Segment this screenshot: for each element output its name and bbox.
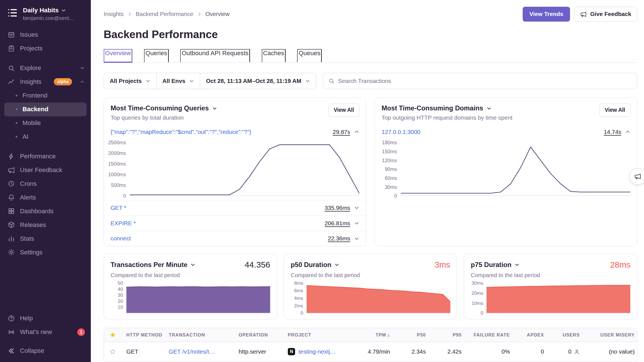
axis-tick-label: 180ms — [382, 140, 397, 146]
column-header-operation[interactable]: OPERATION — [234, 328, 283, 342]
table-row[interactable]: GETGET /v1/notes/t…http.serverNtesting-n… — [104, 342, 638, 361]
sidebar-item-performance[interactable]: Performance — [0, 149, 91, 163]
column-header-label: APDEX — [527, 332, 544, 337]
query-link[interactable]: {"map":"?","mapReduce":"$cmd","out":"?",… — [110, 129, 251, 135]
collapse-icon — [8, 347, 15, 355]
axis-tick-label: 0 — [481, 310, 483, 316]
query-duration-value[interactable]: 22.36ms — [328, 235, 350, 242]
sidebar-item-label: Projects — [20, 45, 42, 52]
chevron-up-icon[interactable] — [354, 129, 359, 134]
sidebar-item-stats[interactable]: Stats — [0, 232, 91, 245]
column-header-p50[interactable]: P50 — [395, 328, 431, 342]
favorite-cell[interactable] — [104, 342, 121, 361]
column-header-transaction[interactable]: TRANSACTION — [164, 328, 233, 342]
transaction-cell: GET /v1/notes/t… — [164, 342, 233, 361]
column-header-tpm[interactable]: TPM↓ — [353, 328, 395, 342]
column-header-p95[interactable]: P95 — [431, 328, 467, 342]
chevron-up-icon[interactable] — [625, 129, 630, 134]
column-header-project[interactable]: PROJECT — [283, 328, 353, 342]
sidebar-item-label: Backend — [22, 106, 48, 113]
sidebar-item-insights[interactable]: Insightsalpha — [0, 75, 91, 89]
query-duration-value[interactable]: 206.81ms — [325, 220, 350, 227]
stat-card-transactions-per-minute: Transactions Per Minute44.356Compared to… — [104, 254, 277, 319]
transaction-link[interactable]: GET /v1/notes/t… — [169, 348, 215, 355]
chevron-down-icon[interactable] — [354, 205, 359, 210]
sidebar-item-backend[interactable]: Backend — [4, 103, 87, 116]
domains-panel-title: Most Time-Consuming Domains — [382, 104, 483, 112]
sidebar-item-label: Insights — [20, 78, 41, 85]
sidebar-item-collapse[interactable]: Collapse — [0, 344, 91, 358]
favorite-column-header[interactable] — [104, 328, 121, 342]
query-duration-value[interactable]: 29.87s — [333, 129, 350, 135]
column-header-user-misery[interactable]: USER MISERY — [585, 328, 638, 342]
app-root: Daily Habits benjamin.coe@sent… IssuesPr… — [0, 0, 644, 362]
column-header-http-method[interactable]: HTTP METHOD — [121, 328, 164, 342]
axis-tick-label: 90ms — [385, 166, 397, 172]
sidebar-item-settings[interactable]: Settings — [0, 245, 91, 259]
domain-duration-value[interactable]: 14.74s — [604, 129, 621, 135]
domains-view-all-button[interactable]: View All — [599, 103, 631, 117]
sidebar-item-label: Performance — [20, 153, 55, 160]
give-feedback-button[interactable]: Give Feedback — [574, 7, 637, 22]
sidebar-item-label: Mobile — [22, 119, 41, 127]
stat-card-title-dropdown[interactable]: p75 Duration — [471, 261, 519, 269]
sidebar-item-help[interactable]: Help — [0, 312, 91, 325]
column-header-label: P95 — [453, 332, 462, 337]
projects-filter[interactable]: All Projects — [104, 73, 156, 89]
feedback-fab-button[interactable] — [629, 168, 644, 185]
breadcrumb-item-insights[interactable]: Insights — [104, 11, 124, 17]
date-range-filter[interactable]: Oct 28, 11:13 AM–Oct 28, 11:19 AM — [200, 73, 316, 89]
column-header-failure-rate[interactable]: FAILURE RATE — [467, 328, 515, 342]
domains-panel-title-dropdown[interactable]: Most Time-Consuming Domains — [382, 104, 631, 112]
tab-caches[interactable]: Caches — [262, 49, 286, 63]
panels-row: Most Time-Consuming Queries Top queries … — [104, 98, 638, 247]
date-range-label: Oct 28, 11:13 AM–Oct 28, 11:19 AM — [206, 78, 301, 84]
sidebar-item-releases[interactable]: Releases — [0, 218, 91, 232]
query-link[interactable]: connect — [110, 235, 131, 242]
sidebar-item-explore[interactable]: Explore — [0, 61, 91, 75]
sidebar-item-user-feedback[interactable]: User Feedback — [0, 163, 91, 177]
sidebar-item-dashboards[interactable]: Dashboards — [0, 204, 91, 218]
sidebar-item-ai[interactable]: AI — [0, 130, 91, 144]
project-cell: Ntesting-nextj… — [283, 342, 353, 361]
project-link[interactable]: testing-nextj… — [298, 348, 336, 355]
tab-queues[interactable]: Queues — [297, 49, 322, 63]
domain-link[interactable]: 127.0.0.1:3000 — [382, 129, 421, 135]
queries-view-all-button[interactable]: View All — [328, 103, 360, 117]
stat-card-title-dropdown[interactable]: Transactions Per Minute — [110, 261, 195, 269]
query-duration-value[interactable]: 335.96ms — [325, 205, 350, 211]
query-link[interactable]: EXPIRE * — [110, 220, 136, 227]
tab-overview[interactable]: Overview — [104, 49, 133, 63]
sidebar-item-what-s-new[interactable]: What's new1 — [0, 325, 91, 339]
sidebar-item-projects[interactable]: Projects — [0, 42, 91, 55]
search-icon — [8, 64, 15, 72]
queries-panel: Most Time-Consuming Queries Top queries … — [104, 98, 366, 247]
alerts-icon — [8, 194, 15, 201]
column-header-apdex[interactable]: APDEX — [515, 328, 549, 342]
sidebar-item-issues[interactable]: Issues — [0, 28, 91, 42]
sidebar-item-frontend[interactable]: Frontend — [0, 89, 91, 103]
sidebar-item-alerts[interactable]: Alerts — [0, 191, 91, 204]
p95-cell: 2.42s — [431, 342, 467, 361]
org-switcher[interactable]: Daily Habits benjamin.coe@sent… — [0, 6, 91, 26]
stat-card-subtitle: Compared to the last period — [291, 272, 450, 279]
search-input[interactable] — [338, 78, 632, 84]
view-trends-button[interactable]: View Trends — [523, 7, 570, 22]
chevron-down-icon[interactable] — [354, 221, 359, 226]
star-outline-icon[interactable] — [109, 349, 116, 355]
column-header-label: PROJECT — [288, 332, 311, 337]
breadcrumb-item-backend-performance[interactable]: Backend Performance — [136, 11, 193, 17]
environments-filter[interactable]: All Envs — [156, 73, 200, 89]
user-icon — [574, 349, 580, 355]
sidebar-item-mobile[interactable]: Mobile — [0, 116, 91, 130]
tab-outbound-api-requests[interactable]: Outbound API Requests — [180, 49, 250, 63]
sidebar-item-crons[interactable]: Crons — [0, 177, 91, 191]
tab-queries[interactable]: Queries — [144, 49, 169, 63]
queries-panel-title-dropdown[interactable]: Most Time-Consuming Queries — [110, 104, 359, 112]
chevron-down-icon[interactable] — [354, 236, 359, 241]
axis-tick-label: 30ms — [385, 184, 397, 190]
projects-icon — [8, 45, 15, 52]
stat-card-title-dropdown[interactable]: p50 Duration — [291, 261, 339, 269]
column-header-users[interactable]: USERS — [549, 328, 585, 342]
query-link[interactable]: GET * — [110, 205, 126, 211]
